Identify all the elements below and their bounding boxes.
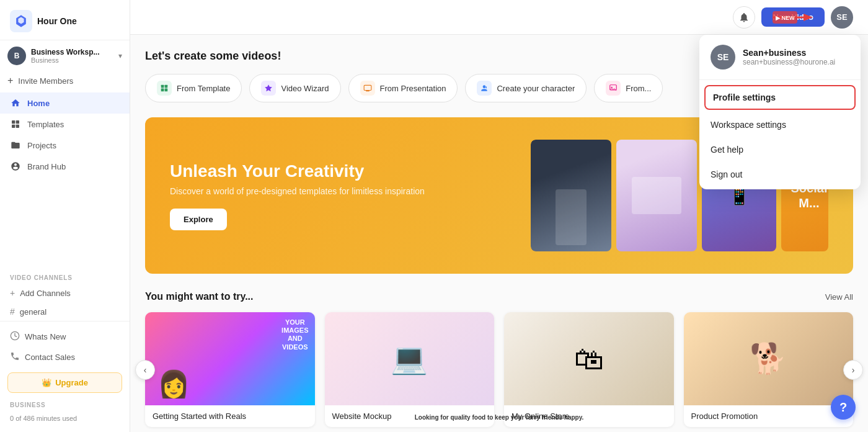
help-button[interactable]: ? — [831, 395, 856, 420]
dropdown-user-details: Sean+business sean+business@hourone.ai — [743, 48, 835, 66]
action-video-wizard[interactable]: Video Wizard — [249, 74, 340, 102]
user-menu-button[interactable]: SE — [831, 6, 853, 29]
sidebar-item-home[interactable]: Home — [0, 92, 130, 114]
plus-icon: + — [7, 75, 13, 86]
add-channels-label: Add Channels — [20, 289, 71, 298]
folder-icon — [10, 140, 21, 151]
svg-rect-11 — [161, 85, 164, 88]
contact-sales-label: Contact Sales — [25, 353, 75, 362]
sidebar-item-brand-hub[interactable]: Brand Hub — [0, 156, 130, 177]
whats-new-label: Whats New — [25, 332, 66, 341]
home-icon — [10, 97, 21, 109]
template-card-my-online-store[interactable]: 🛍 My Online Store — [504, 312, 674, 427]
sidebar-whats-new[interactable]: Whats New — [0, 326, 130, 347]
create-character-label: Create your character — [497, 84, 575, 93]
action-from-other[interactable]: From... — [594, 74, 663, 102]
video-wizard-label: Video Wizard — [281, 84, 329, 93]
new-video-label: New Video — [773, 12, 813, 22]
new-video-button[interactable]: New Video — [761, 7, 825, 27]
try-section-header: You might want to try... View All — [145, 291, 853, 302]
from-other-label: From... — [626, 84, 651, 93]
from-template-icon — [157, 81, 172, 96]
topbar-right: ▶ NEW New Video SE — [733, 6, 853, 29]
channel-general-label: general — [20, 307, 46, 317]
banner-image-1 — [531, 140, 611, 251]
nav-templates-label: Templates — [27, 120, 64, 129]
dropdown-user-email: sean+business@hourone.ai — [743, 58, 835, 66]
sidebar-channel-general[interactable]: # general — [0, 302, 130, 321]
svg-rect-15 — [364, 85, 371, 90]
card-image-2: 💻 — [325, 312, 495, 405]
video-channels-label: VIDEO CHANNELS — [0, 268, 130, 284]
nav-brand-hub-label: Brand Hub — [27, 162, 66, 171]
upgrade-button[interactable]: 👑 Upgrade — [7, 372, 122, 393]
explore-button[interactable]: Explore — [170, 209, 227, 230]
workspace-avatar: B — [7, 47, 26, 65]
action-create-character[interactable]: Create your character — [465, 74, 587, 102]
invite-members-button[interactable]: + Invite Members — [0, 71, 130, 90]
banner-image-2 — [616, 140, 697, 251]
template-card-website-mockup[interactable]: 💻 Website Mockup — [325, 312, 495, 427]
logo-icon — [10, 10, 32, 32]
crown-icon: 👑 — [42, 378, 51, 387]
banner-subtitle: Discover a world of pre-designed templat… — [170, 186, 425, 196]
brand-icon — [10, 161, 21, 172]
notifications-button[interactable] — [733, 6, 755, 29]
get-help-item[interactable]: Get help — [699, 137, 861, 162]
carousel-next-button[interactable]: › — [843, 360, 863, 380]
add-channels-button[interactable]: + Add Channels — [0, 284, 130, 302]
action-from-template[interactable]: From Template — [145, 74, 242, 102]
phone-icon — [10, 351, 20, 363]
dropdown-user-name: Sean+business — [743, 48, 835, 58]
sidebar-item-projects[interactable]: Projects — [0, 135, 130, 156]
template-cards-row: ‹ 👩 YOURIMAGESandVIDEOS Getting Started … — [145, 312, 853, 427]
card-image-3: 🛍 — [504, 312, 674, 405]
app-name: Hour One — [37, 16, 77, 27]
workspace-name: Business Worksp... — [31, 48, 113, 56]
upgrade-label: Upgrade — [55, 378, 88, 387]
carousel-prev-button[interactable]: ‹ — [135, 360, 155, 380]
workspace-selector[interactable]: B Business Worksp... Business ▾ — [0, 40, 130, 71]
dropdown-user-info: SE Sean+business sean+business@hourone.a… — [699, 35, 861, 80]
dropdown-items: Profile settings Workspace settings Get … — [699, 80, 861, 189]
hash-icon: # — [10, 307, 15, 317]
logo-area: Hour One — [0, 0, 130, 40]
banner-text: Unleash Your Creativity Discover a world… — [170, 161, 425, 230]
action-from-presentation[interactable]: From Presentation — [348, 74, 458, 102]
invite-members-label: Invite Members — [18, 76, 73, 86]
sidebar-contact-sales[interactable]: Contact Sales — [0, 347, 130, 367]
chevron-down-icon: ▾ — [118, 52, 122, 60]
nav-home-label: Home — [27, 99, 50, 108]
svg-rect-3 — [16, 120, 19, 124]
from-presentation-icon — [360, 81, 375, 96]
profile-settings-item[interactable]: Profile settings — [704, 85, 856, 110]
from-template-label: From Template — [177, 84, 230, 93]
user-initials: SE — [836, 12, 847, 22]
whats-new-icon — [10, 331, 20, 343]
svg-rect-2 — [12, 120, 15, 124]
template-card-getting-started[interactable]: 👩 YOURIMAGESandVIDEOS Getting Started wi… — [145, 312, 315, 427]
sign-out-item[interactable]: Sign out — [699, 162, 861, 187]
template-card-product-promotion[interactable]: 🐕 Looking for quality food to keep your … — [684, 312, 854, 427]
user-dropdown-menu: SE Sean+business sean+business@hourone.a… — [699, 35, 861, 189]
from-presentation-label: From Presentation — [380, 84, 446, 93]
template-icon — [10, 119, 21, 130]
banner-title: Unleash Your Creativity — [170, 161, 425, 181]
sidebar: Hour One B Business Worksp... Business ▾… — [0, 0, 130, 432]
sidebar-item-templates[interactable]: Templates — [0, 114, 130, 135]
workspace-settings-item[interactable]: Workspace settings — [699, 112, 861, 137]
svg-rect-4 — [12, 125, 15, 128]
plus-icon: + — [10, 288, 15, 298]
svg-rect-12 — [165, 85, 168, 88]
view-all-link[interactable]: View All — [825, 292, 853, 302]
svg-rect-13 — [161, 89, 164, 92]
minutes-used: 0 of 486 minutes used — [0, 412, 130, 427]
try-section-title: You might want to try... — [145, 291, 254, 302]
svg-rect-5 — [16, 125, 19, 128]
workspace-type: Business — [31, 56, 113, 64]
nav-items: Home Templates Projects Brand Hub — [0, 90, 130, 268]
business-section-label: BUSINESS — [0, 398, 130, 412]
create-character-icon — [477, 81, 492, 96]
dropdown-avatar: SE — [711, 45, 735, 70]
main-header: ▶ NEW New Video SE — [130, 0, 868, 35]
